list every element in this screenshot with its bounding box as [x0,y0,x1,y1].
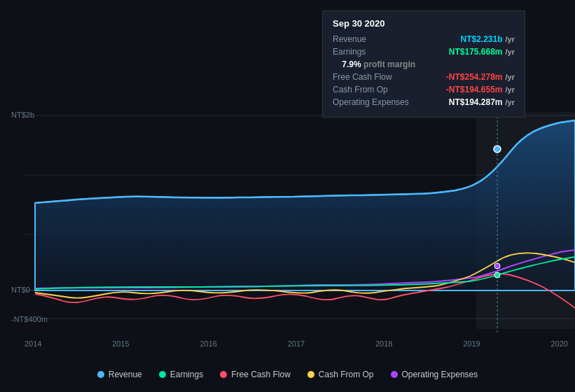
tooltip-earnings-value: NT$175.668m/yr [449,47,515,57]
tooltip-fcf-label: Free Cash Flow [333,72,392,82]
tooltip-fcf-value: -NT$254.278m/yr [446,72,515,82]
legend-label-cashfromop: Cash From Op [319,370,374,379]
legend-dot-revenue [97,371,104,378]
legend-item-cashfromop[interactable]: Cash From Op [307,370,374,379]
legend-item-earnings[interactable]: Earnings [159,370,203,379]
svg-point-9 [494,146,501,153]
x-label-2014: 2014 [25,340,41,348]
legend-item-opex[interactable]: Operating Expenses [391,370,478,379]
chart-container: NT$2b NT$0 -NT$400m 2014 2015 2016 2017 … [0,0,575,392]
y-label-neg400: -NT$400m [11,315,48,323]
tooltip-opex-value: NT$194.287m/yr [449,97,515,107]
x-label-2017: 2017 [288,340,305,348]
data-tooltip: Sep 30 2020 Revenue NT$2.231b/yr Earning… [322,10,525,118]
tooltip-cashfromop-value: -NT$194.655m/yr [446,85,515,94]
tooltip-earnings-label: Earnings [333,47,366,57]
legend-dot-opex [391,371,398,378]
chart-legend: Revenue Earnings Free Cash Flow Cash Fro… [0,370,575,379]
x-label-2018: 2018 [375,340,392,348]
legend-item-revenue[interactable]: Revenue [97,370,142,379]
svg-point-11 [494,263,500,269]
legend-label-earnings: Earnings [170,370,203,379]
x-label-2020: 2020 [551,340,568,348]
tooltip-revenue-row: Revenue NT$2.231b/yr [333,34,515,44]
y-label-2b: NT$2b [11,111,34,119]
tooltip-fcf-row: Free Cash Flow -NT$254.278m/yr [333,72,515,82]
x-label-2015: 2015 [112,340,129,348]
tooltip-revenue-label: Revenue [333,34,366,44]
legend-dot-cashfromop [307,371,314,378]
tooltip-opex-row: Operating Expenses NT$194.287m/yr [333,97,515,107]
y-label-0: NT$0 [11,286,30,294]
tooltip-cashfromop-label: Cash From Op [333,85,388,94]
tooltip-cashfromop-row: Cash From Op -NT$194.655m/yr [333,85,515,94]
tooltip-date: Sep 30 2020 [333,18,515,29]
x-axis-labels: 2014 2015 2016 2017 2018 2019 2020 [25,340,568,348]
legend-label-fcf: Free Cash Flow [231,370,291,379]
tooltip-opex-label: Operating Expenses [333,97,409,107]
x-label-2019: 2019 [463,340,480,348]
x-label-2016: 2016 [200,340,217,348]
legend-dot-fcf [220,371,227,378]
legend-dot-earnings [159,371,166,378]
tooltip-profit-margin: 7.9% profit margin [333,59,515,69]
legend-label-opex: Operating Expenses [402,370,478,379]
legend-label-revenue: Revenue [109,370,142,379]
svg-point-10 [494,272,500,278]
tooltip-earnings-row: Earnings NT$175.668m/yr [333,47,515,57]
legend-item-fcf[interactable]: Free Cash Flow [220,370,291,379]
tooltip-revenue-value: NT$2.231b/yr [461,34,515,44]
